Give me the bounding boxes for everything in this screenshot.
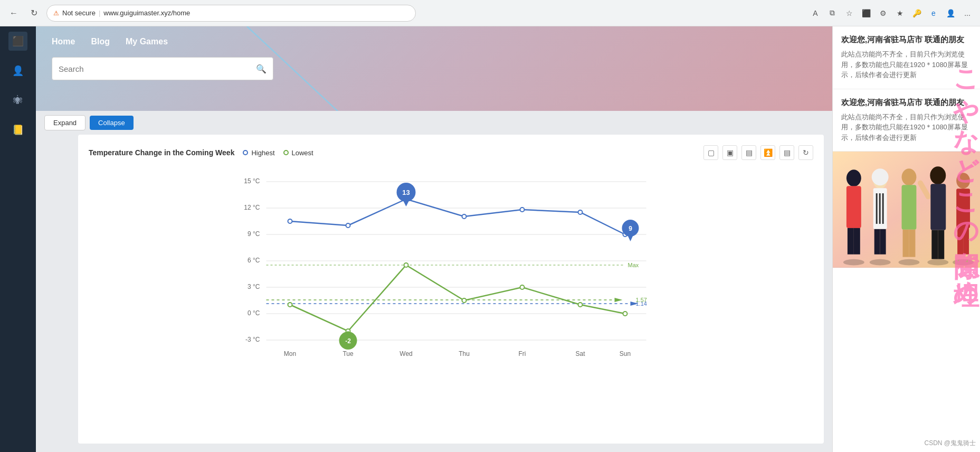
svg-point-80 — [870, 259, 891, 266]
svg-marker-20 — [615, 298, 623, 302]
svg-point-41 — [578, 303, 583, 307]
svg-text:Sun: Sun — [620, 350, 631, 357]
popup-text-1: 此站点功能尚不齐全，目前只作为浏览使用，多数功能也只能在1920＊1080屏幕显… — [841, 49, 972, 80]
chart-tool-rect2[interactable]: ▣ — [722, 145, 737, 160]
svg-text:13: 13 — [402, 189, 410, 196]
profile-icon[interactable]: 👤 — [944, 7, 957, 20]
svg-point-24 — [346, 223, 350, 228]
back-button[interactable]: ← — [6, 6, 21, 21]
svg-marker-31 — [403, 199, 410, 206]
chart-toolbar: ▢ ▣ ▤ ⏫ ▤ ↻ — [703, 145, 813, 160]
favorites-icon[interactable]: ★ — [893, 7, 906, 20]
split-icon[interactable]: ⧉ — [826, 7, 839, 20]
svg-text:Tue: Tue — [342, 350, 354, 357]
popup-title-2: 欢迎您,河南省驻马店市 联通的朋友 — [841, 98, 972, 108]
content-area: Home Blog My Games 🔍 Expand Collapse — [36, 26, 832, 452]
svg-point-59 — [872, 168, 889, 185]
svg-rect-55 — [846, 186, 861, 228]
svg-rect-64 — [874, 229, 880, 255]
svg-point-38 — [404, 263, 408, 267]
svg-point-79 — [843, 259, 864, 266]
svg-point-39 — [462, 298, 467, 303]
chart-tool-bar[interactable]: ▤ — [779, 145, 794, 160]
svg-rect-74 — [938, 230, 944, 259]
svg-rect-73 — [931, 230, 938, 259]
font-icon[interactable]: A — [809, 7, 822, 20]
chart-tool-line[interactable]: ⏫ — [760, 145, 775, 160]
reload-button[interactable]: ↻ — [26, 6, 41, 21]
address-bar[interactable]: ⚠ Not secure | www.guiguimaster.xyz/home — [46, 5, 416, 22]
anime-image — [833, 152, 980, 268]
svg-point-26 — [462, 214, 467, 219]
svg-point-27 — [520, 208, 525, 212]
svg-point-82 — [927, 259, 948, 266]
edge-icon[interactable]: e — [927, 7, 940, 20]
chart-header: Temperature Change in the Coming Week Hi… — [89, 145, 813, 160]
svg-rect-56 — [848, 228, 854, 255]
nav-blog[interactable]: Blog — [91, 37, 110, 46]
svg-rect-67 — [902, 185, 917, 230]
search-bar[interactable]: 🔍 — [52, 57, 273, 80]
svg-text:9 °C: 9 °C — [248, 230, 260, 238]
sidebar-icon-dashboard[interactable]: ⬛ — [8, 32, 27, 51]
svg-text:Mon: Mon — [284, 350, 296, 357]
chart-tool-refresh[interactable]: ↻ — [798, 145, 813, 160]
chart-svg: 15 °C 12 °C 9 °C 6 °C 3 °C 0 °C -3 °C — [89, 168, 813, 369]
legend-highest: Highest — [243, 149, 274, 157]
svg-rect-78 — [963, 228, 969, 255]
svg-text:Max: Max — [628, 262, 639, 268]
svg-point-23 — [288, 219, 292, 223]
browser-toolbar: A ⧉ ☆ ⬛ ⚙ ★ 🔑 e 👤 ... — [809, 7, 974, 20]
svg-point-81 — [899, 259, 920, 266]
popup-text-2: 此站点功能尚不齐全，目前只作为浏览使用，多数功能也只能在1920＊1080屏幕显… — [841, 112, 972, 143]
search-input[interactable] — [59, 64, 252, 73]
svg-point-40 — [520, 285, 525, 289]
nav-home[interactable]: Home — [52, 37, 75, 46]
sidebar-icon-book[interactable]: 📒 — [8, 120, 27, 139]
collapse-button[interactable]: Collapse — [90, 116, 134, 130]
svg-rect-63 — [882, 193, 884, 224]
expand-button[interactable]: Expand — [44, 115, 85, 130]
nav-links: Home Blog My Games — [52, 37, 168, 46]
svg-rect-72 — [930, 184, 946, 230]
url-text: www.guiguimaster.xyz/home — [103, 9, 190, 17]
svg-rect-62 — [879, 193, 881, 224]
svg-point-42 — [623, 312, 627, 316]
svg-point-75 — [956, 173, 970, 189]
popup-card-1: 欢迎您,河南省驻马店市 联通的朋友 此站点功能尚不齐全，目前只作为浏览使用，多数… — [833, 26, 980, 89]
chart-container: Temperature Change in the Coming Week Hi… — [78, 135, 824, 444]
more-button[interactable]: ... — [961, 7, 974, 20]
svg-text:12 °C: 12 °C — [244, 204, 260, 211]
sidebar: ⬛ 👤 🕷 📒 — [0, 26, 36, 452]
legend-dot-blue — [243, 150, 248, 155]
svg-text:-3 °C: -3 °C — [245, 336, 260, 343]
chart-title-area: Temperature Change in the Coming Week Hi… — [89, 148, 313, 157]
legend-dot-green — [283, 150, 289, 155]
svg-point-28 — [578, 210, 583, 214]
svg-rect-65 — [880, 229, 886, 255]
accounts-icon[interactable]: 🔑 — [910, 7, 923, 20]
svg-point-36 — [288, 303, 292, 307]
svg-text:Thu: Thu — [459, 350, 470, 357]
search-icon: 🔍 — [256, 64, 267, 74]
flickr-icon[interactable]: ⬛ — [860, 7, 872, 20]
chart-tool-rect1[interactable]: ▢ — [703, 145, 718, 160]
sidebar-icon-user[interactable]: 👤 — [8, 61, 27, 80]
header: Home Blog My Games 🔍 — [36, 26, 832, 111]
extensions-icon[interactable]: ⚙ — [877, 7, 889, 20]
main-layout: ⬛ 👤 🕷 📒 Home Blog My Games 🔍 Exp — [0, 26, 980, 452]
svg-text:0 °C: 0 °C — [248, 309, 260, 317]
popup-card-2: 欢迎您,河南省驻马店市 联通的朋友 此站点功能尚不齐全，目前只作为浏览使用，多数… — [833, 89, 980, 152]
svg-text:15 °C: 15 °C — [244, 177, 260, 185]
chart-tool-rect3[interactable]: ▤ — [741, 145, 756, 160]
svg-point-71 — [930, 166, 946, 184]
nav-my-games[interactable]: My Games — [126, 37, 168, 46]
svg-rect-57 — [854, 228, 860, 255]
expand-collapse-bar: Expand Collapse — [36, 111, 832, 135]
star-icon[interactable]: ☆ — [843, 7, 855, 20]
svg-marker-34 — [627, 234, 634, 241]
sidebar-icon-bug[interactable]: 🕷 — [8, 91, 27, 110]
svg-text:9: 9 — [629, 225, 632, 232]
svg-text:3 °C: 3 °C — [248, 283, 260, 290]
legend-highest-label: Highest — [251, 149, 274, 157]
